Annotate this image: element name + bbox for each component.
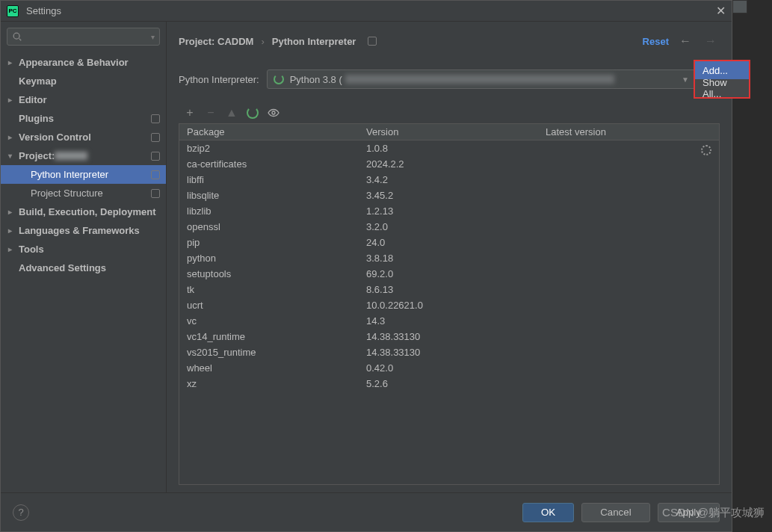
cell-package: xz [179,378,359,389]
remove-package-button[interactable]: − [204,106,217,120]
cell-version: 0.42.0 [359,362,538,374]
upgrade-package-button[interactable]: ▲ [225,106,238,120]
footer: ? OK Cancel Apply [1,492,732,531]
help-button[interactable]: ? [13,504,29,521]
cell-version: 1.0.8 [359,143,538,154]
python-icon [274,74,284,84]
sidebar-item-languages-frameworks[interactable]: ▸Languages & Frameworks [1,221,166,240]
cell-package: vc14_runtime [179,331,359,342]
badge-icon [151,189,160,198]
sidebar-item-label: Advanced Settings [19,262,106,273]
col-version[interactable]: Version [359,126,538,137]
settings-window: PC Settings ✕ ▾ ▸Appearance & Behavior K… [0,0,732,532]
chevron-icon: ▸ [8,133,19,141]
cancel-button[interactable]: Cancel [581,503,650,522]
cell-package: setuptools [179,268,359,279]
table-row[interactable]: ca-certificates2024.2.2 [179,156,719,172]
table-row[interactable]: python3.8.18 [179,250,719,266]
cell-package: bzip2 [179,143,359,154]
table-row[interactable]: openssl3.2.0 [179,219,719,235]
interpreter-value: Python 3.8 ( [290,74,342,85]
col-latest[interactable]: Latest version [538,126,719,137]
sidebar-item-plugins[interactable]: Plugins [1,109,166,128]
cell-package: pip [179,237,359,248]
show-early-releases-button[interactable] [267,106,280,120]
apply-button[interactable]: Apply [658,503,720,522]
chevron-icon: ▾ [8,152,19,160]
cell-package: vc [179,315,359,327]
table-row[interactable]: libzlib1.2.13 [179,203,719,219]
cell-package: libsqlite [179,190,359,201]
chevron-icon: ▸ [8,226,19,235]
sidebar-item-project[interactable]: ▾Project: [1,146,166,165]
ok-button[interactable]: OK [522,503,574,522]
cell-package: tk [179,284,359,295]
table-row[interactable]: ucrt10.0.22621.0 [179,297,719,313]
search-input[interactable]: ▾ [7,28,160,46]
reload-icon [247,107,259,119]
svg-point-0 [13,33,19,39]
cell-version: 14.3 [359,315,538,327]
table-row[interactable]: vs2015_runtime14.38.33130 [179,344,719,360]
forward-icon[interactable]: → [702,34,720,48]
table-row[interactable]: pip24.0 [179,235,719,250]
sidebar-item-tools[interactable]: ▸Tools [1,240,166,259]
blurred-text [55,152,87,160]
sidebar-item-python-interpreter[interactable]: Python Interpreter [1,165,166,184]
cell-version: 14.38.33130 [359,347,538,358]
interpreter-row: Python Interpreter: Python 3.8 ( ▼ [179,69,720,89]
back-icon[interactable]: ← [676,34,694,48]
interpreter-dropdown-menu: Add... Show All... [694,60,750,99]
cell-version: 1.2.13 [359,205,538,217]
table-row[interactable]: vc14.3 [179,313,719,329]
cell-package: openssl [179,221,359,232]
sidebar-item-project-structure[interactable]: Project Structure [1,184,166,202]
chevron-down-icon: ▼ [682,75,689,84]
table-row[interactable]: bzip21.0.8 [179,140,719,156]
main-panel: Project: CADDM › Python Interpreter Rese… [167,22,732,492]
table-row[interactable]: libffi3.4.2 [179,172,719,188]
badge-icon [151,133,160,142]
sidebar-item-keymap[interactable]: Keymap [1,72,166,90]
chevron-icon: ▸ [8,96,19,104]
interpreter-combo[interactable]: Python 3.8 ( ▼ [267,69,696,89]
editor-tab [732,0,747,13]
sidebar-item-label: Languages & Frameworks [19,225,140,236]
svg-line-1 [19,39,22,41]
table-row[interactable]: setuptools69.2.0 [179,266,719,282]
cell-version: 3.45.2 [359,190,538,201]
cell-version: 14.38.33130 [359,331,538,342]
chevron-icon: ▸ [8,58,19,66]
sidebar-item-label: Project Structure [31,188,103,199]
cell-version: 3.8.18 [359,253,538,264]
reset-link[interactable]: Reset [643,36,669,47]
sidebar-item-version-control[interactable]: ▸Version Control [1,128,166,146]
sidebar-item-label: Project: [19,150,55,161]
sidebar-item-appearance-behavior[interactable]: ▸Appearance & Behavior [1,53,166,72]
sidebar-item-label: Tools [19,244,44,255]
window-title: Settings [26,5,61,16]
table-row[interactable]: libsqlite3.45.2 [179,188,719,203]
sidebar-item-editor[interactable]: ▸Editor [1,90,166,109]
breadcrumb: Project: CADDM › Python Interpreter Rese… [179,31,720,52]
cell-package: python [179,253,359,264]
reload-button[interactable] [246,106,259,120]
settings-tree: ▸Appearance & Behavior Keymap ▸Editor Pl… [1,52,166,492]
cell-package: wheel [179,362,359,374]
add-package-button[interactable]: + [183,106,197,120]
table-row[interactable]: vc14_runtime14.38.33130 [179,329,719,344]
table-row[interactable]: wheel0.42.0 [179,360,719,376]
col-package[interactable]: Package [179,126,359,137]
show-all-item[interactable]: Show All... [695,79,749,97]
blurred-path [345,75,614,84]
sidebar-item-advanced-settings[interactable]: Advanced Settings [1,259,166,277]
table-row[interactable]: tk8.6.13 [179,282,719,297]
table-row[interactable]: xz5.2.6 [179,376,719,392]
breadcrumb-project: Project: CADDM [179,36,253,47]
close-icon[interactable]: ✕ [716,4,726,18]
svg-point-2 [272,111,275,114]
cell-version: 2024.2.2 [359,158,538,170]
sidebar-item-label: Python Interpreter [31,169,108,180]
chevron-icon: ▸ [8,208,19,216]
sidebar-item-build-execution-deployment[interactable]: ▸Build, Execution, Deployment [1,202,166,221]
